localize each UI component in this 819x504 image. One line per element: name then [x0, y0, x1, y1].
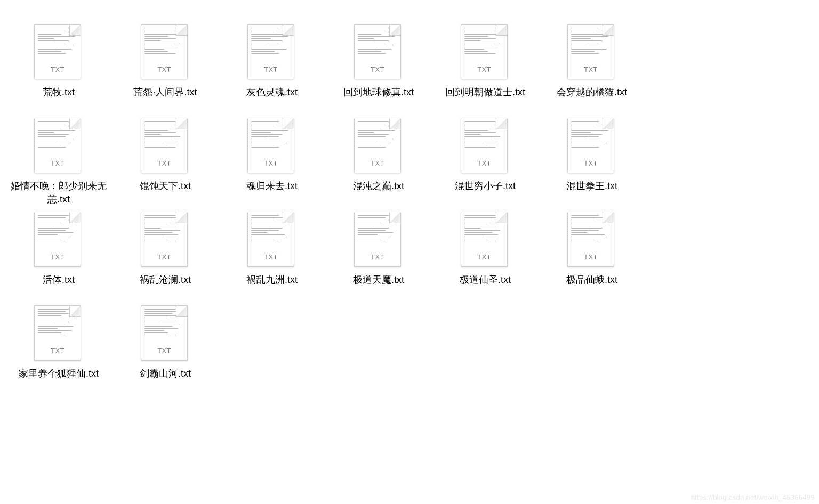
- file-extension-label: TXT: [141, 253, 187, 261]
- file-item[interactable]: TXT馄饨天下.txt: [112, 115, 219, 209]
- file-name-label: 回到地球修真.txt: [343, 86, 414, 112]
- file-extension-label: TXT: [355, 159, 400, 167]
- file-name-label: 回到明朝做道士.txt: [445, 86, 525, 112]
- file-extension-label: TXT: [355, 253, 400, 261]
- file-extension-label: TXT: [141, 159, 187, 167]
- txt-file-icon: TXT: [567, 118, 616, 175]
- file-name-label: 混世穷小子.txt: [455, 180, 516, 206]
- file-extension-label: TXT: [461, 66, 507, 74]
- file-name-label: 活体.txt: [43, 273, 75, 300]
- file-item[interactable]: TXT极道天魔.txt: [325, 209, 432, 303]
- file-item[interactable]: TXT剑霸山河.txt: [112, 303, 219, 396]
- file-extension-label: TXT: [355, 66, 400, 74]
- file-item[interactable]: TXT混沌之巅.txt: [325, 115, 432, 209]
- file-item[interactable]: TXT祸乱九洲.txt: [219, 209, 325, 303]
- txt-file-icon: TXT: [247, 24, 296, 82]
- txt-file-icon: TXT: [141, 24, 190, 82]
- file-item[interactable]: TXT混世拳王.txt: [539, 115, 645, 209]
- txt-file-icon: TXT: [461, 212, 510, 269]
- txt-file-icon: TXT: [567, 212, 616, 269]
- file-name-label: 混世拳王.txt: [566, 180, 617, 206]
- file-extension-label: TXT: [141, 66, 187, 74]
- file-item[interactable]: TXT混世穷小子.txt: [432, 115, 539, 209]
- file-extension-label: TXT: [35, 253, 81, 261]
- file-name-label: 灰色灵魂.txt: [246, 86, 298, 112]
- txt-file-icon: TXT: [141, 118, 190, 175]
- file-name-label: 混沌之巅.txt: [353, 180, 404, 206]
- file-extension-label: TXT: [35, 66, 81, 74]
- file-item[interactable]: TXT活体.txt: [5, 209, 112, 303]
- file-item[interactable]: TXT荒牧.txt: [5, 21, 112, 115]
- txt-file-icon: TXT: [34, 305, 83, 363]
- file-name-label: 剑霸山河.txt: [140, 367, 191, 394]
- file-item[interactable]: TXT灰色灵魂.txt: [219, 21, 325, 115]
- watermark-text: https://blog.csdn.net/weixin_45366499: [691, 493, 815, 501]
- txt-file-icon: TXT: [354, 212, 403, 269]
- file-name-label: 会穿越的橘猫.txt: [557, 86, 627, 112]
- txt-file-icon: TXT: [141, 212, 190, 269]
- file-name-label: 极品仙蛾.txt: [566, 273, 617, 300]
- file-extension-label: TXT: [568, 159, 614, 167]
- txt-file-icon: TXT: [461, 24, 510, 82]
- file-name-label: 魂归来去.txt: [246, 180, 298, 206]
- file-name-label: 家里养个狐狸仙.txt: [19, 367, 99, 394]
- file-extension-label: TXT: [248, 66, 294, 74]
- txt-file-icon: TXT: [34, 212, 83, 269]
- file-extension-label: TXT: [461, 159, 507, 167]
- file-name-label: 婚情不晚：郎少别来无恙.txt: [11, 180, 107, 206]
- file-extension-label: TXT: [461, 253, 507, 261]
- txt-file-icon: TXT: [354, 24, 403, 82]
- txt-file-icon: TXT: [141, 305, 190, 363]
- file-extension-label: TXT: [141, 347, 187, 355]
- file-name-label: 极道仙圣.txt: [460, 273, 511, 300]
- file-extension-label: TXT: [248, 159, 294, 167]
- txt-file-icon: TXT: [34, 118, 83, 175]
- file-item[interactable]: TXT会穿越的橘猫.txt: [539, 21, 645, 115]
- txt-file-icon: TXT: [34, 24, 83, 82]
- file-extension-label: TXT: [568, 253, 614, 261]
- file-extension-label: TXT: [568, 66, 614, 74]
- file-item[interactable]: TXT回到明朝做道士.txt: [432, 21, 539, 115]
- file-item[interactable]: TXT魂归来去.txt: [219, 115, 325, 209]
- file-item[interactable]: TXT祸乱沧澜.txt: [112, 209, 219, 303]
- file-item[interactable]: TXT回到地球修真.txt: [325, 21, 432, 115]
- file-grid: TXT荒牧.txtTXT荒怨·人间界.txtTXT灰色灵魂.txtTXT回到地球…: [0, 0, 819, 396]
- file-extension-label: TXT: [248, 253, 294, 261]
- file-name-label: 荒怨·人间界.txt: [133, 86, 197, 112]
- txt-file-icon: TXT: [567, 24, 616, 82]
- file-name-label: 祸乱九洲.txt: [246, 273, 298, 300]
- file-item[interactable]: TXT婚情不晚：郎少别来无恙.txt: [5, 115, 112, 209]
- file-name-label: 极道天魔.txt: [353, 273, 404, 300]
- txt-file-icon: TXT: [247, 212, 296, 269]
- file-name-label: 馄饨天下.txt: [140, 180, 191, 206]
- file-item[interactable]: TXT家里养个狐狸仙.txt: [5, 303, 112, 396]
- txt-file-icon: TXT: [461, 118, 510, 175]
- file-item[interactable]: TXT荒怨·人间界.txt: [112, 21, 219, 115]
- file-extension-label: TXT: [35, 347, 81, 355]
- file-name-label: 祸乱沧澜.txt: [140, 273, 191, 300]
- txt-file-icon: TXT: [247, 118, 296, 175]
- file-extension-label: TXT: [35, 159, 81, 167]
- file-item[interactable]: TXT极品仙蛾.txt: [539, 209, 645, 303]
- file-item[interactable]: TXT极道仙圣.txt: [432, 209, 539, 303]
- txt-file-icon: TXT: [354, 118, 403, 175]
- file-name-label: 荒牧.txt: [43, 86, 75, 112]
